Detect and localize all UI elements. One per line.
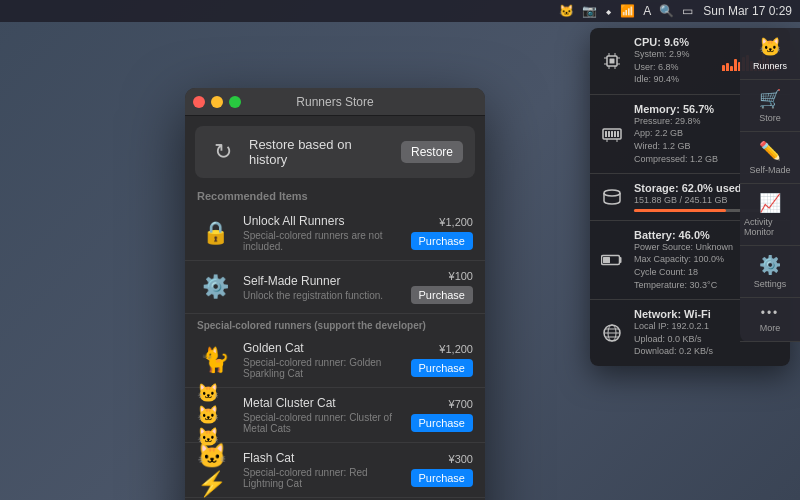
sidebar-btn-label: Activity Monitor [744,217,796,237]
store-window: Runners Store ↻ Restore based on history… [185,88,485,500]
item-price: ¥100 [449,270,473,282]
cpu-title: CPU: 9.6% [634,36,714,48]
purchase-button[interactable]: Purchase [411,359,473,377]
activity-icon: 📈 [759,192,781,214]
price-area: ¥100 Purchase [411,270,473,304]
self-made-icon: ⚙️ [197,269,233,305]
minimize-button[interactable] [211,96,223,108]
traffic-lights [193,96,241,108]
sidebar-item-runners[interactable]: 🐱 Runners [740,28,800,80]
list-item: 🐱⚡ Flash Cat Special-colored runner: Red… [185,443,485,498]
battery-icon [598,246,626,274]
svg-rect-12 [608,131,610,137]
special-header: Special-colored runners (support the dev… [185,314,485,333]
item-price: ¥300 [449,453,473,465]
list-item: 🔒 Unlock All Runners Special-colored run… [185,206,485,261]
menubar: 🐱 📷 ⬥ 📶 A 🔍 ▭ Sun Mar 17 0:29 [0,0,800,22]
item-name: Metal Cluster Cat [243,396,401,410]
storage-bar-fill [634,209,726,212]
item-price: ¥1,200 [439,216,473,228]
cpu-info: CPU: 9.6% System: 2.9%User: 6.8%Idle: 90… [634,36,714,86]
self-made-icon: ✏️ [759,140,781,162]
svg-point-18 [604,190,620,196]
item-name: Self-Made Runner [243,274,401,288]
storage-icon [598,183,626,211]
purchase-button[interactable]: Purchase [411,286,473,304]
list-item: ⚙️ Self-Made Runner Unlock the registrat… [185,261,485,314]
price-area: ¥300 Purchase [411,453,473,487]
sidebar-btn-label: More [760,323,781,333]
item-desc: Special-colored runners are not included… [243,230,401,252]
item-desc: Special-colored runner: Golden Sparkling… [243,357,401,379]
price-area: ¥700 Purchase [411,398,473,432]
metal-cat-icon: 🐱🐱🐱 [197,397,233,433]
item-name: Flash Cat [243,451,401,465]
item-info: Metal Cluster Cat Special-colored runner… [243,396,401,434]
item-info: Flash Cat Special-colored runner: Red Li… [243,451,401,489]
sidebar-item-store[interactable]: 🛒 Store [740,80,800,132]
svg-rect-15 [617,131,619,137]
purchase-button[interactable]: Purchase [411,232,473,250]
search-icon[interactable]: 🔍 [659,4,674,18]
purchase-button[interactable]: Purchase [411,414,473,432]
window-titlebar: Runners Store [185,88,485,116]
window-title: Runners Store [296,95,373,109]
svg-rect-11 [605,131,607,137]
unlock-icon: 🔒 [197,215,233,251]
svg-rect-1 [610,58,615,63]
svg-rect-20 [603,257,610,263]
item-info: Golden Cat Special-colored runner: Golde… [243,341,401,379]
wifi-icon[interactable]: 📶 [620,4,635,18]
cpu-detail: System: 2.9%User: 6.8%Idle: 90.4% [634,48,714,86]
cpu-icon [598,47,626,75]
sidebar-item-more[interactable]: ••• More [740,298,800,342]
more-icon: ••• [761,306,780,320]
sidebar-buttons: 🐱 Runners 🛒 Store ✏️ Self-Made 📈 Activit… [740,28,800,342]
sidebar-item-settings[interactable]: ⚙️ Settings [740,246,800,298]
cat-menu-icon[interactable]: 🐱 [559,4,574,18]
sidebar-btn-label: Settings [754,279,787,289]
item-info: Self-Made Runner Unlock the registration… [243,274,401,301]
bluetooth-icon[interactable]: ⬥ [605,4,612,18]
close-button[interactable] [193,96,205,108]
settings-icon: ⚙️ [759,254,781,276]
item-info: Unlock All Runners Special-colored runne… [243,214,401,252]
flash-cat-icon: 🐱⚡ [197,452,233,488]
item-price: ¥1,200 [439,343,473,355]
restore-icon: ↻ [207,136,239,168]
keyboard-icon[interactable]: A [643,4,651,18]
airplay-icon[interactable]: ▭ [682,4,693,18]
svg-rect-13 [611,131,613,137]
restore-label: Restore based on history [249,137,391,167]
menubar-icons: 🐱 📷 ⬥ 📶 A 🔍 ▭ [559,4,693,18]
sidebar-btn-label: Self-Made [749,165,790,175]
recommended-header: Recommended Items [185,186,485,206]
price-area: ¥1,200 Purchase [411,343,473,377]
restore-button[interactable]: Restore [401,141,463,163]
menubar-time: Sun Mar 17 0:29 [703,4,792,18]
item-desc: Special-colored runner: Red Lightning Ca… [243,467,401,489]
sidebar-btn-label: Store [759,113,781,123]
item-desc: Unlock the registration function. [243,290,401,301]
sidebar-item-activity[interactable]: 📈 Activity Monitor [740,184,800,246]
purchase-button[interactable]: Purchase [411,469,473,487]
item-price: ¥700 [449,398,473,410]
svg-rect-14 [614,131,616,137]
runners-icon: 🐱 [759,36,781,58]
restore-section: ↻ Restore based on history Restore [195,126,475,178]
maximize-button[interactable] [229,96,241,108]
memory-icon [598,120,626,148]
item-name: Golden Cat [243,341,401,355]
list-item: 🐈 Golden Cat Special-colored runner: Gol… [185,333,485,388]
sidebar-btn-label: Runners [753,61,787,71]
camera-icon[interactable]: 📷 [582,4,597,18]
item-name: Unlock All Runners [243,214,401,228]
network-icon [598,319,626,347]
sidebar-item-self-made[interactable]: ✏️ Self-Made [740,132,800,184]
list-item: 🐱🐱🐱 Metal Cluster Cat Special-colored ru… [185,388,485,443]
store-icon: 🛒 [759,88,781,110]
item-desc: Special-colored runner: Cluster of Metal… [243,412,401,434]
price-area: ¥1,200 Purchase [411,216,473,250]
golden-cat-icon: 🐈 [197,342,233,378]
